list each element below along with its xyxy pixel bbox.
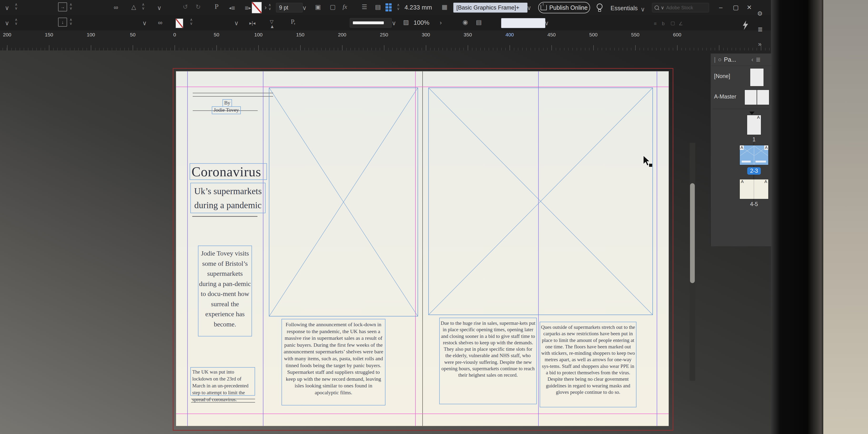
wrap-options-icon[interactable]: ▤ xyxy=(476,19,482,25)
window-minimize-button[interactable]: – xyxy=(719,4,722,11)
flip-horizontal-icon[interactable]: ▸|◂ xyxy=(249,20,255,26)
subhead-frame[interactable]: Uk’s supermarkets during a pandemic xyxy=(190,183,266,213)
window-close-button[interactable]: ✕ xyxy=(747,4,752,11)
next-icon[interactable]: › xyxy=(265,4,267,10)
image-placeholder-frame-right[interactable] xyxy=(428,88,653,315)
flow-left-icon[interactable]: ◂≣ xyxy=(229,5,235,11)
eq-icon[interactable]: ≡ xyxy=(654,21,657,27)
fill-field[interactable] xyxy=(501,18,545,28)
standfirst-frame[interactable]: Jodie Tovey visits some of Bristol’s sup… xyxy=(198,246,252,336)
master-a-label[interactable]: A-Master xyxy=(714,94,736,100)
byline-label-frame[interactable]: By xyxy=(222,99,232,107)
window-restore-button[interactable]: ▢ xyxy=(733,4,739,11)
shear-icon[interactable]: △ xyxy=(131,4,136,10)
page-4-5-label[interactable]: 4-5 xyxy=(750,201,758,208)
page-2-3-thumbnail-selected[interactable]: A A xyxy=(740,145,769,165)
left-margin-guide[interactable] xyxy=(187,71,188,426)
constrain-link-icon[interactable]: ∞ xyxy=(114,4,118,10)
width-stepper-icon[interactable]: ∧∨ xyxy=(69,3,72,10)
live-distribute-icon[interactable] xyxy=(385,3,392,11)
headline-frame[interactable]: Coronavirus xyxy=(190,163,267,180)
stroke-none-swatch-icon[interactable] xyxy=(176,19,183,28)
stepper-icon[interactable]: ∧∨ xyxy=(190,18,193,25)
body-column-3[interactable]: Ques outside of supermarkets stretch out… xyxy=(540,322,637,407)
image-placeholder-frame-left[interactable] xyxy=(269,88,418,316)
paragraph-style2-icon[interactable]: P, xyxy=(291,19,295,25)
corner-radius-value[interactable]: 4.233 mm xyxy=(404,4,432,10)
lockdown-note-frame[interactable]: The UK was put into lockdown on the 23rd… xyxy=(190,367,255,396)
object-style-dropdown-icon[interactable]: ∨ xyxy=(527,5,531,11)
body-column-1[interactable]: Following the announcement of lock-down … xyxy=(281,319,385,405)
bottom-margin-guide[interactable] xyxy=(176,413,669,414)
page-1-thumbnail[interactable]: A xyxy=(747,115,761,135)
master-a-thumbnail-right[interactable] xyxy=(757,90,769,105)
panel-menu-icon[interactable]: ≣ xyxy=(756,56,761,63)
publish-online-button[interactable]: Publish Online xyxy=(538,2,590,13)
text-frame-options-icon[interactable]: ▤ xyxy=(375,4,381,10)
page-2-3-label-selected[interactable]: 2-3 xyxy=(747,167,761,175)
chevron-down-icon[interactable]: ∨ xyxy=(234,20,239,26)
font-size-stepper[interactable]: ∧∨ xyxy=(269,3,271,10)
tint-checker-icon[interactable]: ▨ xyxy=(403,19,409,25)
chevron-down-icon[interactable]: ∨ xyxy=(5,20,9,26)
stroke-weight-field[interactable] xyxy=(350,18,392,28)
document-spread[interactable]: By Jodie Tovey Coronavirus Uk’s supermar… xyxy=(176,71,669,426)
byline-name-frame[interactable]: Jodie Tovey xyxy=(212,106,241,114)
search-box[interactable]: ∨ Adobe Stock xyxy=(652,3,709,12)
chevron-down-icon[interactable]: ∨ xyxy=(5,5,9,11)
control-bar-top: ∨ ∧∨ → ∧∨ ∞ △ ∧∨ ∨ ↺ ↻ P ◂≣ ≣▸ › ∧∨ 9 xyxy=(0,0,771,16)
chevron-down-icon[interactable]: ∨ xyxy=(157,5,161,11)
collapse-icon[interactable]: ‹ xyxy=(751,56,753,63)
fill-dropdown-icon[interactable]: ∨ xyxy=(545,20,549,26)
align-lines-icon[interactable]: ☰ xyxy=(362,4,367,10)
lightbulb-icon[interactable] xyxy=(595,3,604,13)
hamburger-menu-icon[interactable]: ≣ xyxy=(757,26,763,33)
flow-right-icon[interactable]: ≣▸ xyxy=(245,5,251,11)
workspace-switcher[interactable]: Essentials xyxy=(611,5,638,12)
link-icon[interactable]: ∞ xyxy=(158,20,162,26)
rotate-ccw-icon[interactable]: ↺ xyxy=(183,4,188,10)
stepper-icon[interactable]: ∧∨ xyxy=(15,3,18,10)
master-a-thumbnail-left[interactable] xyxy=(745,90,757,105)
gear-icon[interactable]: ⚙ xyxy=(757,10,763,18)
chevron-down-icon[interactable]: ∨ xyxy=(142,20,147,26)
b-icon[interactable]: b xyxy=(662,21,664,27)
stroke-dropdown-icon[interactable]: ∨ xyxy=(392,20,396,26)
corner-radius-stepper[interactable]: ∧∨ xyxy=(397,3,400,10)
right-margin-guide[interactable] xyxy=(657,71,657,426)
top-margin-guide[interactable] xyxy=(176,87,669,87)
rectangle-icon[interactable]: ▢ xyxy=(330,4,336,10)
angle-icon[interactable]: ∠ xyxy=(679,21,683,27)
frame-fitting-icon[interactable]: ▣ xyxy=(315,4,321,10)
body-column-2[interactable]: Due to the huge rise in sales, supermar-… xyxy=(439,318,537,404)
collapse-panels-icon[interactable]: » xyxy=(758,40,762,48)
vertical-scrollbar-thumb[interactable] xyxy=(690,183,695,283)
next-icon[interactable]: › xyxy=(440,20,442,26)
workspace-dropdown-icon[interactable]: ∨ xyxy=(641,6,645,12)
width-reference-icon[interactable]: → xyxy=(58,2,67,11)
font-size-dropdown-icon[interactable]: ∨ xyxy=(302,5,307,11)
tint-value[interactable]: 100% xyxy=(413,20,430,26)
page-4-5-thumbnail[interactable]: A A xyxy=(740,179,769,199)
corner-options-icon[interactable]: ▦ xyxy=(442,4,447,10)
rotate-cw-icon[interactable]: ↻ xyxy=(195,4,201,10)
master-none-label[interactable]: [None] xyxy=(714,73,730,80)
pages-panel-header[interactable]: | ○ Pa... ‹ ≣ xyxy=(711,54,771,66)
horizontal-ruler[interactable]: 200 150 100 50 0 50 100 150 200 250 300 … xyxy=(0,30,771,51)
height-stepper-icon[interactable]: ∧∨ xyxy=(69,18,72,25)
text-wrap-icon[interactable]: ◉ xyxy=(463,19,468,25)
height-reference-icon[interactable]: ↓ xyxy=(58,18,67,27)
master-none-thumbnail[interactable] xyxy=(750,68,764,86)
page-1-label[interactable]: 1 xyxy=(753,136,756,143)
lightning-icon[interactable] xyxy=(742,21,749,30)
sidebar-column-guide[interactable] xyxy=(263,71,264,426)
shear-stepper-icon[interactable]: ∧∨ xyxy=(142,3,145,10)
none-swatch-icon[interactable] xyxy=(252,2,262,13)
paragraph-style-icon[interactable]: P xyxy=(215,3,219,9)
divider-icon: | xyxy=(714,56,716,63)
effects-fx-icon[interactable]: fx xyxy=(343,4,347,10)
stepper-icon[interactable]: ∧∨ xyxy=(15,18,18,25)
object-style-field[interactable]: [Basic Graphics Frame]+ xyxy=(453,3,528,12)
font-size-field[interactable]: 9 pt xyxy=(276,3,303,12)
frame-icon[interactable]: ▢ xyxy=(671,20,675,26)
